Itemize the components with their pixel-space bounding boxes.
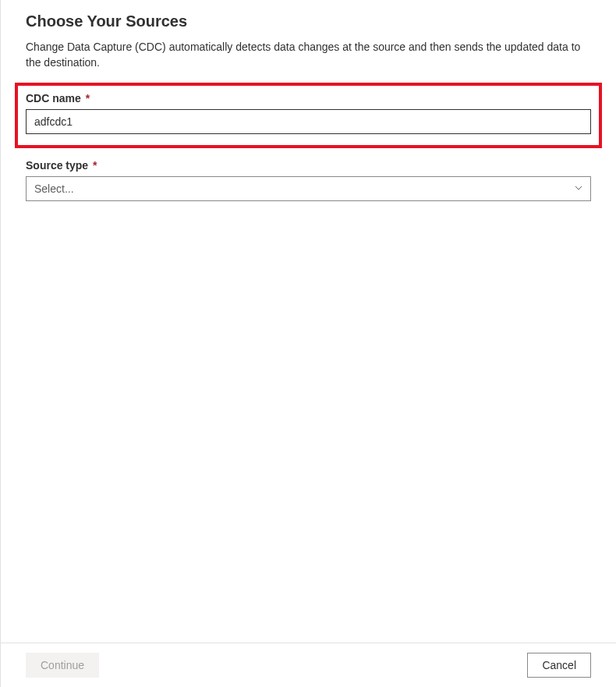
cdc-name-field-group: CDC name * (15, 83, 602, 148)
cdc-name-label-text: CDC name (26, 92, 81, 104)
content-area: Choose Your Sources Change Data Capture … (1, 0, 616, 643)
source-type-label-text: Source type (26, 159, 88, 172)
cdc-name-label: CDC name * (26, 92, 591, 104)
page-description: Change Data Capture (CDC) automatically … (26, 40, 591, 70)
required-indicator: * (86, 92, 90, 104)
source-type-select-wrapper: Select... (26, 176, 591, 201)
cdc-name-input[interactable] (26, 109, 591, 134)
footer: Continue Cancel (1, 643, 616, 687)
continue-button[interactable]: Continue (26, 653, 99, 678)
source-type-placeholder: Select... (34, 182, 74, 195)
source-type-select[interactable]: Select... (26, 176, 591, 201)
required-indicator: * (93, 159, 97, 172)
source-type-label: Source type * (26, 159, 591, 172)
page-title: Choose Your Sources (26, 12, 591, 30)
cancel-button[interactable]: Cancel (527, 653, 591, 678)
source-type-field-group: Source type * Select... (26, 159, 591, 201)
